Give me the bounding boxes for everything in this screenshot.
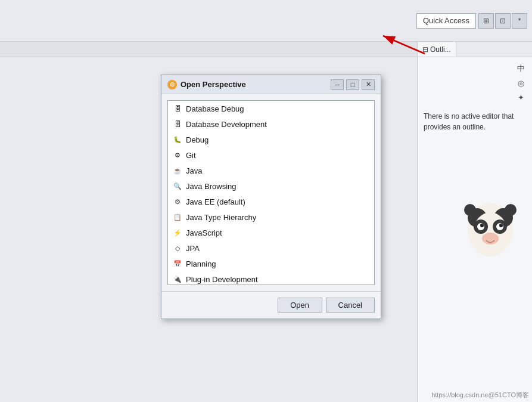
dialog-controls: ─ □ ✕	[331, 79, 375, 90]
outline-tab-label: Outli...	[430, 45, 451, 54]
perspective-item[interactable]: ⚙Java EE (default)	[168, 194, 374, 209]
perspective-item-label: Database Debug	[186, 104, 244, 113]
dialog-title-icon: ⊙	[167, 80, 177, 89]
dialog-title-text: Open Perspective	[181, 80, 246, 89]
perspective-item-label: JavaScript	[186, 228, 222, 237]
dialog-footer: Open Cancel	[161, 291, 381, 318]
perspective-item-label: Debug	[186, 135, 209, 144]
perspective-item[interactable]: 📅Planning	[168, 256, 374, 271]
perspective-item-label: JPA	[186, 244, 200, 253]
perspective-item[interactable]: ⚙Git	[168, 147, 374, 163]
quick-access-box[interactable]: Quick Access	[416, 13, 476, 29]
ide-background: Quick Access ⊞ ⊡ * ⊟ Outli... ✕ ☑ Task..…	[0, 0, 532, 402]
perspective-item-label: Java EE (default)	[186, 197, 245, 206]
perspective-item[interactable]: 🐛Debug	[168, 132, 374, 147]
top-toolbar: Quick Access ⊞ ⊡ *	[0, 0, 532, 42]
dialog-maximize-btn[interactable]: □	[346, 79, 359, 90]
perspective-list[interactable]: 🗄Database Debug🗄Database Development🐛Deb…	[167, 100, 375, 285]
perspective-item[interactable]: 🔍Java Browsing	[168, 178, 374, 194]
dialog-close-btn[interactable]: ✕	[362, 79, 375, 90]
watermark: https://blog.csdn.ne@51CTO博客	[431, 391, 529, 400]
perspective-item[interactable]: 📋Java Type Hierarchy	[168, 209, 374, 225]
open-perspective-dialog: ⊙ Open Perspective ─ □ ✕ 🗄Database Debug…	[161, 75, 381, 319]
perspective-item-label: Java	[186, 166, 202, 175]
perspective-button-3[interactable]: *	[512, 13, 527, 29]
dialog-minimize-btn[interactable]: ─	[331, 79, 344, 90]
right-panel-tab-outline[interactable]: ⊟ Outli...	[418, 42, 456, 57]
right-panel: ⊟ Outli... 中 ◎ ✦ There is no active edit…	[417, 42, 532, 402]
perspective-item[interactable]: 🗄Database Development	[168, 116, 374, 132]
svg-point-8	[480, 224, 484, 227]
right-panel-content: There is no active editor that provides …	[418, 105, 532, 138]
dialog-titlebar: ⊙ Open Perspective ─ □ ✕	[161, 75, 381, 94]
perspective-item-label: Plug-in Development	[186, 275, 258, 284]
panel-icon-3[interactable]: ✦	[514, 91, 527, 104]
perspective-button-1[interactable]: ⊞	[478, 13, 494, 29]
perspective-item-label: Planning	[186, 259, 216, 268]
perspective-item-label: Java Type Hierarchy	[186, 213, 256, 222]
panel-icon-2[interactable]: ◎	[514, 76, 527, 89]
perspective-item[interactable]: 🔌Plug-in Development	[168, 271, 374, 285]
quick-access-label: Quick Access	[423, 16, 469, 25]
dialog-body: 🗄Database Debug🗄Database Development🐛Deb…	[161, 94, 381, 291]
cancel-button[interactable]: Cancel	[326, 298, 375, 313]
panel-icons-row: 中 ◎ ✦	[418, 57, 532, 105]
perspective-item-label: Java Browsing	[186, 182, 237, 191]
mascot-area	[455, 179, 526, 274]
perspective-item[interactable]: ☕Java	[168, 163, 374, 178]
svg-point-12	[505, 204, 517, 216]
perspective-item[interactable]: ⚡JavaScript	[168, 225, 374, 240]
svg-point-11	[464, 204, 476, 216]
perspective-item-label: Database Development	[186, 120, 267, 129]
panel-icon-1[interactable]: 中	[514, 62, 527, 75]
open-button[interactable]: Open	[278, 298, 322, 313]
no-editor-text: There is no active editor that provides …	[424, 112, 514, 131]
perspective-button-2[interactable]: ⊡	[495, 13, 511, 29]
perspective-item-label: Git	[186, 151, 196, 160]
perspective-item[interactable]: ◇JPA	[168, 240, 374, 256]
perspective-item[interactable]: 🗄Database Debug	[168, 101, 374, 116]
dialog-title: ⊙ Open Perspective	[167, 80, 246, 89]
toolbar-icons: ⊞ ⊡ *	[478, 13, 527, 29]
right-panel-tabs: ⊟ Outli...	[418, 42, 532, 57]
outline-tab-icon: ⊟	[422, 45, 428, 54]
svg-point-9	[499, 224, 503, 227]
